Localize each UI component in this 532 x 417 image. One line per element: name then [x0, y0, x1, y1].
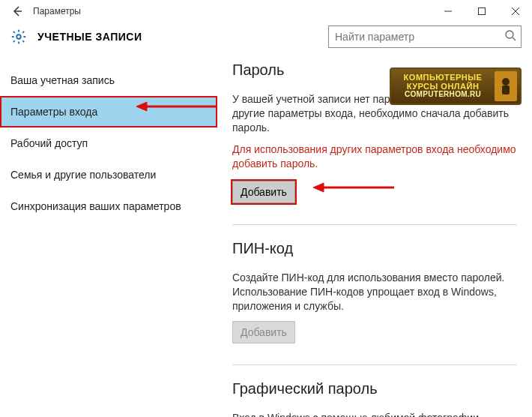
section-title-pin: ПИН-код	[232, 240, 517, 257]
divider	[232, 364, 517, 365]
annotation-arrow-add-button	[313, 180, 396, 198]
svg-point-6	[506, 31, 513, 38]
maximize-icon	[478, 8, 486, 15]
svg-rect-2	[478, 8, 485, 15]
sidebar-item-label: Ваша учетная запись	[10, 74, 115, 86]
sidebar-item-label: Семья и другие пользователи	[10, 169, 156, 181]
search-icon	[504, 29, 516, 44]
window-title: Параметры	[33, 6, 81, 16]
divider	[232, 224, 517, 225]
back-button[interactable]	[9, 3, 25, 20]
arrow-left-icon	[11, 5, 23, 17]
sidebar-item-family[interactable]: Семья и другие пользователи	[0, 159, 217, 190]
minimize-icon	[444, 8, 452, 15]
search-input[interactable]	[335, 31, 504, 43]
svg-marker-11	[313, 183, 324, 192]
maximize-button[interactable]	[465, 0, 498, 22]
sidebar-item-label: Параметры входа	[10, 106, 97, 118]
close-button[interactable]	[498, 0, 532, 22]
page-title: УЧЕТНЫЕ ЗАПИСИ	[37, 31, 142, 43]
window-controls	[431, 0, 532, 22]
sidebar-item-sync[interactable]: Синхронизация ваших параметров	[0, 190, 217, 222]
sidebar-item-label: Рабочий доступ	[10, 137, 88, 149]
titlebar: Параметры	[0, 0, 532, 22]
add-password-button[interactable]: Добавить	[232, 181, 295, 203]
watermark-line3: COMPUTERHOM.RU	[394, 91, 492, 99]
svg-point-5	[16, 34, 21, 39]
minimize-button[interactable]	[431, 0, 465, 22]
password-warning: Для использования других параметров вход…	[232, 142, 517, 171]
add-pin-button[interactable]: Добавить	[232, 321, 295, 344]
svg-line-7	[513, 38, 516, 40]
sidebar-item-label: Синхронизация ваших параметров	[10, 200, 181, 212]
svg-marker-9	[136, 102, 147, 111]
picture-description: Вход в Windows с помощью любимой фотогра…	[232, 411, 517, 417]
annotation-arrow-sidebar	[136, 99, 219, 117]
sidebar-item-your-account[interactable]: Ваша учетная запись	[0, 64, 217, 96]
header: УЧЕТНЫЕ ЗАПИСИ	[0, 22, 532, 62]
section-picture-password: Графический пароль Вход в Windows с помо…	[232, 380, 517, 417]
settings-gear-icon	[10, 28, 27, 45]
section-pin: ПИН-код Создайте ПИН-код для использован…	[232, 240, 517, 344]
watermark-mascot-icon	[495, 71, 517, 101]
pin-description: Создайте ПИН-код для использования вмест…	[232, 271, 517, 314]
sidebar-item-work-access[interactable]: Рабочий доступ	[0, 128, 217, 159]
svg-rect-13	[502, 86, 510, 94]
search-box[interactable]	[328, 26, 522, 48]
content: Пароль У вашей учетной записи нет пароля…	[217, 62, 532, 417]
section-title-picture: Графический пароль	[232, 380, 517, 398]
close-icon	[512, 8, 519, 15]
watermark-badge: КОМПЬЮТЕРНЫЕ КУРСЫ ОНЛАЙН COMPUTERHOM.RU	[390, 68, 522, 105]
svg-point-12	[502, 78, 510, 86]
